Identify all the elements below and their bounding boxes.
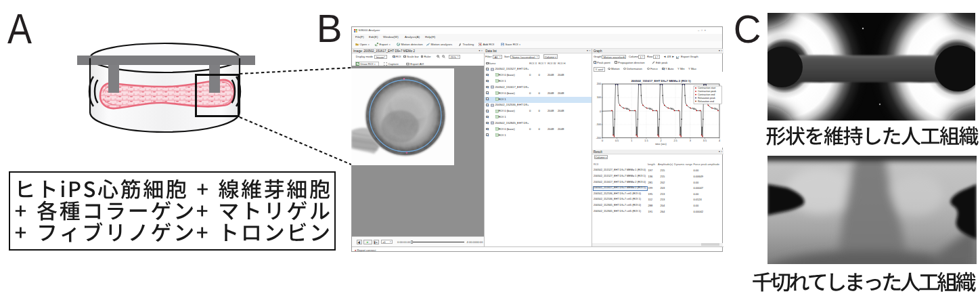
svg-text:Contraction end: Contraction end [698, 93, 715, 96]
svg-text:100: 100 [597, 96, 601, 99]
svg-text:0: 0 [600, 110, 601, 113]
svg-text:Relaxation end: Relaxation end [698, 100, 714, 103]
svg-text:200502_151617_EHT D9+7 MEMα 2: 200502_151617_EHT D9+7 MEMα 2 (ROI 1) [631, 79, 691, 83]
svg-text:200: 200 [597, 83, 601, 85]
svg-text:1: 1 [631, 139, 632, 142]
svg-text:-200: -200 [596, 137, 601, 139]
svg-text:1.5: 1.5 [644, 139, 648, 142]
svg-text:4: 4 [719, 139, 720, 142]
svg-text:0.5: 0.5 [615, 139, 619, 142]
svg-text:2.5: 2.5 [673, 139, 677, 142]
svg-text:Contraction peak: Contraction peak [698, 90, 716, 93]
svg-text:Relaxation peak: Relaxation peak [698, 97, 715, 100]
svg-text:3.5: 3.5 [703, 139, 707, 142]
svg-text:Contraction start: Contraction start [698, 87, 715, 89]
svg-text:2: 2 [660, 139, 661, 142]
svg-text:time (sec): time (sec) [655, 143, 667, 146]
svg-text:3: 3 [690, 139, 691, 142]
svg-text:-100: -100 [596, 123, 601, 126]
svg-text:0: 0 [602, 139, 603, 142]
